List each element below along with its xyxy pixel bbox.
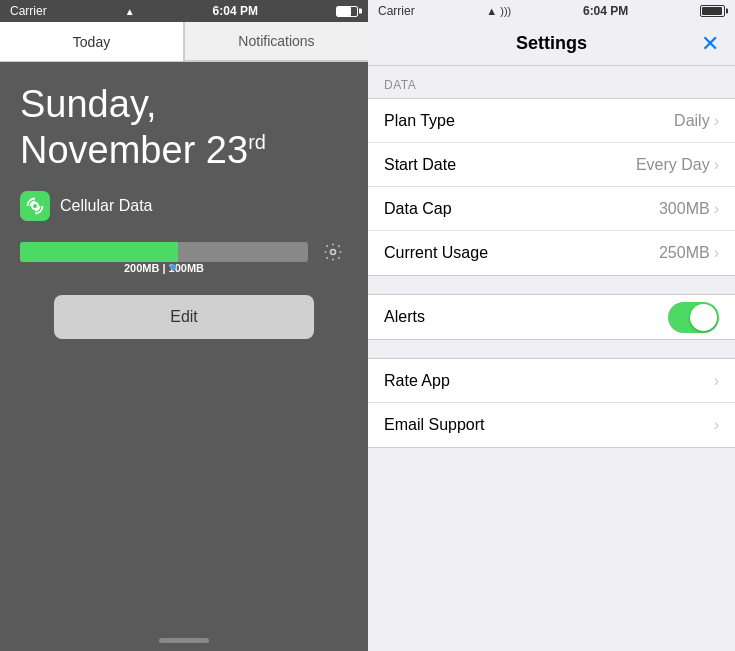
start-date-label: Start Date <box>384 156 456 174</box>
alerts-toggle[interactable] <box>668 302 719 333</box>
close-button[interactable]: ✕ <box>701 31 719 57</box>
time-left: 6:04 PM <box>213 4 258 18</box>
right-status-icons <box>700 5 725 17</box>
data-cap-chevron: › <box>714 200 719 218</box>
carrier-left: Carrier <box>10 4 47 18</box>
gap-1 <box>368 276 735 294</box>
tab-today[interactable]: Today <box>0 22 184 61</box>
settings-row-start-date[interactable]: Start Date Every Day › <box>368 143 735 187</box>
cellular-icon <box>20 191 50 221</box>
progress-bar: 200MB | 100MB <box>20 242 308 262</box>
toggle-thumb <box>690 304 717 331</box>
settings-row-current-usage[interactable]: Current Usage 250MB › <box>368 231 735 275</box>
data-cap-label: Data Cap <box>384 200 452 218</box>
gap-2 <box>368 340 735 358</box>
alerts-row: Alerts <box>368 295 735 339</box>
edit-button[interactable]: Edit <box>54 295 314 339</box>
time-right: 6:04 PM <box>583 4 628 18</box>
email-support-label: Email Support <box>384 416 485 434</box>
left-panel: Carrier ▲ 6:04 PM Today Notifications Su… <box>0 0 368 651</box>
date-text: Sunday, November 23rd <box>20 82 348 173</box>
rate-app-chevron: › <box>714 372 719 390</box>
start-date-value: Every Day › <box>636 156 719 174</box>
settings-title: Settings <box>516 33 587 54</box>
date-section: Sunday, November 23rd <box>0 62 368 183</box>
battery-right <box>700 5 725 17</box>
alerts-label: Alerts <box>384 308 425 326</box>
data-cap-value: 300MB › <box>659 200 719 218</box>
progress-text: 200MB | 100MB <box>20 262 308 274</box>
svg-point-0 <box>32 203 38 209</box>
alerts-group: Alerts <box>368 294 735 340</box>
settings-header: Settings ✕ <box>368 22 735 66</box>
plan-type-chevron: › <box>714 112 719 130</box>
home-indicator <box>159 638 209 643</box>
data-section-label: DATA <box>368 66 735 98</box>
action-group: Rate App › Email Support › <box>368 358 735 448</box>
cursor-dot <box>170 264 176 270</box>
current-usage-label: Current Usage <box>384 244 488 262</box>
plan-type-label: Plan Type <box>384 112 455 130</box>
rate-app-row[interactable]: Rate App › <box>368 359 735 403</box>
settings-row-data-cap[interactable]: Data Cap 300MB › <box>368 187 735 231</box>
data-settings-group: Plan Type Daily › Start Date Every Day ›… <box>368 98 735 276</box>
progress-row: 200MB | 100MB <box>0 229 368 275</box>
tab-notifications[interactable]: Notifications <box>184 22 368 61</box>
current-usage-value: 250MB › <box>659 244 719 262</box>
current-usage-chevron: › <box>714 244 719 262</box>
gear-button[interactable] <box>318 237 348 267</box>
cellular-label: Cellular Data <box>60 197 152 215</box>
rate-app-label: Rate App <box>384 372 450 390</box>
tab-bar: Today Notifications <box>0 22 368 62</box>
start-date-chevron: › <box>714 156 719 174</box>
carrier-right: Carrier <box>378 4 415 18</box>
status-icons-left <box>336 6 358 17</box>
progress-fill <box>20 242 178 262</box>
email-support-chevron: › <box>714 416 719 434</box>
cellular-row: Cellular Data <box>0 183 368 229</box>
status-bar-right: Carrier ▲ ))) 6:04 PM <box>368 0 735 22</box>
status-bar-left: Carrier ▲ 6:04 PM <box>0 0 368 22</box>
email-support-row[interactable]: Email Support › <box>368 403 735 447</box>
right-panel: Carrier ▲ ))) 6:04 PM Settings ✕ DATA Pl… <box>368 0 735 651</box>
battery-icon-left <box>336 6 358 17</box>
settings-row-plan-type[interactable]: Plan Type Daily › <box>368 99 735 143</box>
plan-type-value: Daily › <box>674 112 719 130</box>
svg-point-1 <box>331 250 336 255</box>
